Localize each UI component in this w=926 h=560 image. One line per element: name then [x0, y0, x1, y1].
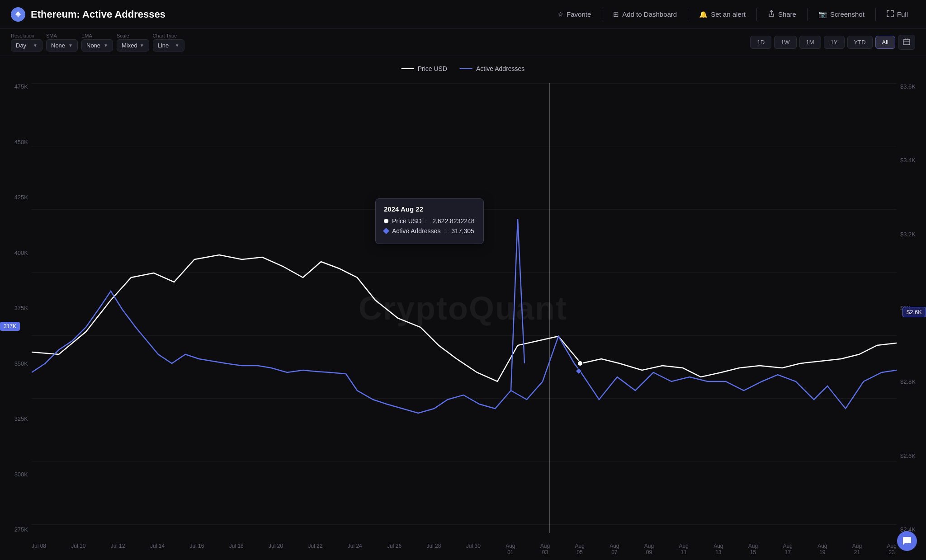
- header: Ethereum: Active Addresses ☆ Favorite ⊞ …: [0, 0, 926, 29]
- x-label: Jul 28: [426, 543, 441, 555]
- chart-type-value: Line: [158, 42, 169, 49]
- ema-label: EMA: [81, 33, 113, 38]
- tooltip-price-label: Price USD: [392, 217, 421, 225]
- eth-logo: [11, 7, 25, 22]
- screenshot-label: Screenshot: [830, 10, 865, 18]
- y-left-label: 425K: [14, 194, 28, 201]
- y-right-label: $2.6K: [900, 452, 916, 459]
- tooltip-addresses-label: Active Addresses: [392, 227, 440, 235]
- chart-type-select[interactable]: Line ▼: [153, 39, 184, 52]
- y-right-label: $3.6K: [900, 83, 916, 90]
- address-dot-indicator: [383, 228, 389, 234]
- scale-value: Mixed: [122, 42, 137, 49]
- x-label: Jul 24: [348, 543, 362, 555]
- y-left-label: 325K: [14, 415, 28, 422]
- x-label: Aug09: [644, 543, 654, 555]
- price-dot: [577, 361, 583, 366]
- chevron-down-icon: ▼: [140, 43, 144, 48]
- tooltip-addresses-row: Active Addresses: 317,305: [384, 227, 475, 235]
- set-alert-button[interactable]: 🔔 Set an alert: [692, 7, 753, 22]
- svg-rect-3: [903, 39, 910, 45]
- y-left-label: 475K: [14, 83, 28, 90]
- calendar-button[interactable]: [898, 35, 915, 50]
- resolution-value: Day: [16, 42, 26, 49]
- legend-price-label: Price USD: [418, 65, 447, 72]
- toolbar-right: 1D 1W 1M 1Y YTD All: [750, 35, 915, 50]
- ema-group: EMA None ▼: [81, 33, 113, 52]
- x-label: Aug15: [748, 543, 758, 555]
- favorite-button[interactable]: ☆ Favorite: [550, 7, 598, 22]
- time-1w-button[interactable]: 1W: [774, 36, 797, 49]
- x-label: Aug19: [817, 543, 827, 555]
- chevron-down-icon: ▼: [33, 43, 38, 48]
- x-label: Aug17: [783, 543, 793, 555]
- resolution-select[interactable]: Day ▼: [11, 39, 43, 52]
- active-address-badge: 317K: [0, 322, 20, 331]
- legend-price-usd: Price USD: [402, 65, 447, 72]
- y-left-label: 450K: [14, 139, 28, 146]
- header-left: Ethereum: Active Addresses: [11, 7, 165, 22]
- x-axis: Jul 08 Jul 10 Jul 12 Jul 14 Jul 16 Jul 1…: [32, 543, 897, 555]
- time-all-button[interactable]: All: [875, 36, 895, 49]
- x-label: Jul 08: [32, 543, 46, 555]
- x-label: Jul 26: [387, 543, 402, 555]
- time-1y-button[interactable]: 1Y: [824, 36, 845, 49]
- tooltip-price-value: 2,622.8232248: [432, 217, 474, 225]
- time-1m-button[interactable]: 1M: [799, 36, 821, 49]
- star-icon: ☆: [557, 10, 563, 19]
- add-dashboard-button[interactable]: ⊞ Add to Dashboard: [606, 7, 684, 22]
- price-usd-line-indicator: [402, 68, 414, 69]
- x-label: Aug23: [887, 543, 897, 555]
- y-right-label: $2.8K: [900, 378, 916, 385]
- scale-select[interactable]: Mixed ▼: [117, 39, 149, 52]
- set-alert-label: Set an alert: [711, 10, 746, 18]
- legend-active-addresses: Active Addresses: [460, 65, 524, 72]
- x-label: Aug03: [540, 543, 550, 555]
- page-title: Ethereum: Active Addresses: [31, 9, 165, 20]
- x-label: Jul 20: [269, 543, 283, 555]
- x-label: Aug07: [609, 543, 619, 555]
- screenshot-button[interactable]: 📷 Screenshot: [811, 7, 872, 22]
- add-dashboard-label: Add to Dashboard: [622, 10, 677, 18]
- sma-select[interactable]: None ▼: [46, 39, 78, 52]
- x-label: Aug21: [852, 543, 862, 555]
- y-left-label: 375K: [14, 305, 28, 311]
- x-label: Jul 22: [308, 543, 322, 555]
- divider-4: [807, 8, 808, 21]
- chart-svg: [32, 83, 897, 533]
- chat-button[interactable]: [897, 531, 917, 551]
- time-ytd-button[interactable]: YTD: [847, 36, 873, 49]
- divider-5: [875, 8, 876, 21]
- time-1d-button[interactable]: 1D: [750, 36, 771, 49]
- toolbar-left: Resolution Day ▼ SMA None ▼ EMA None ▼ S…: [11, 33, 184, 52]
- x-label: Aug11: [679, 543, 688, 555]
- y-right-label: $3.2K: [900, 231, 916, 238]
- share-button[interactable]: Share: [761, 6, 803, 22]
- full-button[interactable]: Full: [879, 6, 915, 22]
- chevron-down-icon: ▼: [175, 43, 180, 48]
- sma-group: SMA None ▼: [46, 33, 78, 52]
- x-label: Jul 30: [466, 543, 481, 555]
- divider-3: [756, 8, 757, 21]
- active-addresses-line-indicator: [460, 68, 472, 69]
- x-label: Aug13: [713, 543, 723, 555]
- chart-container: CryptoQuant Price USD Active Addresses 4…: [0, 56, 926, 560]
- tooltip-date: 2024 Aug 22: [384, 205, 475, 213]
- camera-icon: 📷: [818, 10, 827, 19]
- x-label: Aug05: [575, 543, 584, 555]
- y-axis-left: 475K 450K 425K 400K 375K 350K 325K 300K …: [0, 83, 32, 533]
- x-label: Jul 18: [229, 543, 244, 555]
- y-left-label: 400K: [14, 249, 28, 256]
- price-dot-indicator: [384, 219, 388, 223]
- ema-select[interactable]: None ▼: [81, 39, 113, 52]
- chart-legend: Price USD Active Addresses: [402, 65, 525, 72]
- active-addresses-line: [32, 291, 897, 413]
- resolution-label: Resolution: [11, 33, 43, 38]
- divider-1: [602, 8, 602, 21]
- price-usd-line: [32, 255, 897, 381]
- active-spike: [511, 219, 524, 391]
- resolution-group: Resolution Day ▼: [11, 33, 43, 52]
- y-right-label: $3.4K: [900, 157, 916, 164]
- bell-icon: 🔔: [699, 10, 708, 19]
- sma-value: None: [51, 42, 65, 49]
